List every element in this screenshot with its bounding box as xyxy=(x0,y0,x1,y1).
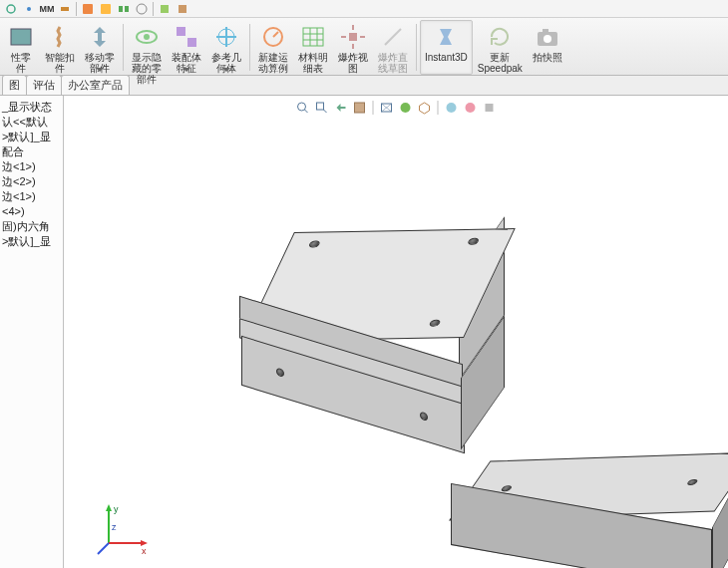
ribbon-separator xyxy=(123,24,124,71)
axis-z-label: z xyxy=(112,522,117,532)
qat-icon[interactable] xyxy=(158,2,172,16)
bom-icon xyxy=(299,23,327,51)
svg-rect-18 xyxy=(349,33,357,41)
ribbon-instant3d-button[interactable]: Instant3D xyxy=(420,20,473,75)
assy-feat-icon xyxy=(173,23,200,51)
qat-icon[interactable] xyxy=(176,2,189,16)
ribbon-label: 新建运 动算例 xyxy=(258,52,288,74)
flex-part-icon xyxy=(7,23,35,51)
ribbon-move-comp-button[interactable]: 移动零 部件 xyxy=(80,20,120,75)
qat-icon[interactable]: MM xyxy=(40,2,54,16)
ribbon-label: 智能扣 件 xyxy=(45,52,75,74)
3d-viewport[interactable]: y x z xyxy=(64,96,728,568)
view-orient-icon[interactable] xyxy=(417,100,433,116)
tree-row[interactable]: >默认]_显 xyxy=(2,234,61,249)
scene-icon[interactable] xyxy=(398,100,414,116)
tree-row[interactable]: 固)内六角 xyxy=(2,219,61,234)
smart-fastener-icon xyxy=(46,23,74,51)
ribbon-bom-button[interactable]: 材料明 细表 xyxy=(293,20,333,75)
motion-icon xyxy=(259,23,287,51)
svg-point-20 xyxy=(544,35,551,43)
qat-sep xyxy=(153,2,154,16)
tab-tab1[interactable]: 图 xyxy=(2,75,27,95)
instant3d-icon xyxy=(432,23,460,51)
view-toolbar xyxy=(295,100,498,116)
tree-row[interactable]: _显示状态 xyxy=(2,100,61,115)
svg-line-34 xyxy=(98,543,109,554)
quick-access-toolbar: MM xyxy=(0,0,728,18)
ribbon-explode-button[interactable]: 爆炸视 图 xyxy=(333,20,373,75)
chevron-down-icon xyxy=(96,68,104,73)
qat-icon[interactable] xyxy=(58,2,72,16)
ref-geom-icon xyxy=(212,23,240,51)
separator xyxy=(373,101,374,115)
ribbon-separator xyxy=(249,24,250,71)
svg-point-1 xyxy=(27,7,31,11)
ribbon-separator xyxy=(416,24,417,71)
qat-icon[interactable] xyxy=(117,2,131,16)
qat-icon[interactable] xyxy=(4,2,18,16)
axis-y-label: y xyxy=(114,504,119,514)
svg-rect-3 xyxy=(83,4,93,14)
ribbon-speedpak-button[interactable]: 更新 Speedpak xyxy=(473,20,528,75)
tree-row[interactable]: 配合 xyxy=(2,144,61,159)
feature-tabs: 图评估办公室产品 xyxy=(0,76,728,96)
svg-rect-23 xyxy=(317,103,324,110)
more-icon[interactable] xyxy=(482,100,498,116)
sketch-line-icon xyxy=(379,23,407,51)
qat-icon[interactable] xyxy=(81,2,95,16)
ribbon-show-hidden-button[interactable]: 显示隐 藏的零 部件 xyxy=(127,20,167,75)
feature-tree[interactable]: _显示状态 认<<默认>默认]_显配合边<1>)边<2>)边<1>)<4>) 固… xyxy=(0,96,64,568)
separator xyxy=(438,101,439,115)
svg-point-22 xyxy=(298,103,306,111)
svg-rect-8 xyxy=(161,5,169,13)
explode-icon xyxy=(339,23,367,51)
svg-rect-24 xyxy=(355,103,365,113)
axis-x-label: x xyxy=(142,546,147,556)
ribbon-smart-fastener-button[interactable]: 智能扣 件 xyxy=(40,20,80,75)
display-style-icon[interactable] xyxy=(379,100,395,116)
tree-row[interactable]: <4>) xyxy=(2,204,61,219)
tab-tab2[interactable]: 评估 xyxy=(26,75,62,95)
zoom-area-icon[interactable] xyxy=(314,100,330,116)
tree-row[interactable]: 边<1>) xyxy=(2,189,61,204)
tab-tab3[interactable]: 办公室产品 xyxy=(61,75,130,95)
section-view-icon[interactable] xyxy=(352,100,368,116)
ribbon-assy-feat-button[interactable]: 装配体 特征 xyxy=(167,20,206,75)
ribbon-motion-button[interactable]: 新建运 动算例 xyxy=(253,20,293,75)
qat-icon[interactable] xyxy=(135,2,149,16)
svg-rect-6 xyxy=(125,6,129,12)
move-comp-icon xyxy=(86,23,114,51)
ribbon-label: Instant3D xyxy=(425,52,468,63)
tree-row[interactable]: 边<2>) xyxy=(2,174,61,189)
svg-point-26 xyxy=(401,103,411,113)
qat-sep xyxy=(76,2,77,16)
ribbon-label: 材料明 细表 xyxy=(298,52,328,74)
chevron-down-icon xyxy=(222,68,230,73)
appearance-icon[interactable] xyxy=(463,100,479,116)
ribbon-sketch-line-button: 爆炸直 线草图 xyxy=(373,20,413,75)
tree-row[interactable]: 认<<默认 xyxy=(2,115,61,130)
svg-point-27 xyxy=(447,103,457,113)
svg-marker-31 xyxy=(106,504,112,511)
render-icon[interactable] xyxy=(444,100,460,116)
view-triad[interactable]: y x z xyxy=(94,498,154,558)
qat-icon[interactable] xyxy=(22,2,36,16)
ribbon-label: 性零 件 xyxy=(11,52,31,74)
ribbon-flex-part-button[interactable]: 性零 件 xyxy=(2,20,40,75)
tree-row[interactable]: >默认]_显 xyxy=(2,130,61,144)
show-hidden-icon xyxy=(133,23,161,51)
qat-icon[interactable] xyxy=(99,2,113,16)
ribbon-ref-geom-button[interactable]: 参考几 何体 xyxy=(206,20,246,75)
tree-row[interactable]: 边<1>) xyxy=(2,159,61,174)
zoom-fit-icon[interactable] xyxy=(295,100,311,116)
prev-view-icon[interactable] xyxy=(333,100,349,116)
svg-point-0 xyxy=(7,5,15,13)
svg-rect-14 xyxy=(187,38,196,47)
svg-rect-13 xyxy=(177,27,185,36)
ribbon-toolbar: 性零 件智能扣 件移动零 部件显示隐 藏的零 部件装配体 特征参考几 何体新建运… xyxy=(0,18,728,76)
svg-rect-21 xyxy=(543,29,548,33)
ribbon-label: 显示隐 藏的零 部件 xyxy=(132,52,162,85)
svg-rect-29 xyxy=(486,104,494,112)
ribbon-snapshot-button[interactable]: 拍快照 xyxy=(528,20,567,75)
